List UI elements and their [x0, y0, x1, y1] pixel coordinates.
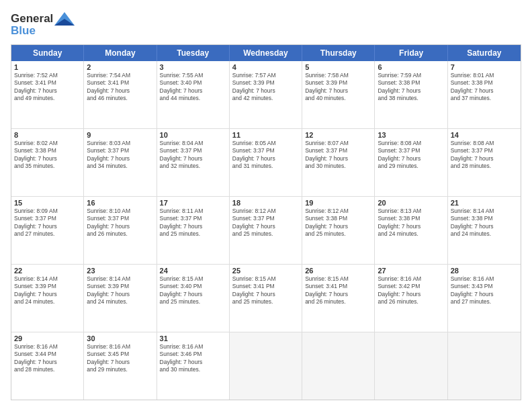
calendar-cell-5: 5Sunrise: 7:58 AMSunset: 3:39 PMDaylight… — [302, 61, 375, 128]
calendar-cell-19: 19Sunrise: 8:12 AMSunset: 3:38 PMDayligh… — [302, 197, 375, 264]
calendar-cell-14: 14Sunrise: 8:08 AMSunset: 3:37 PMDayligh… — [448, 129, 521, 196]
weekday-thursday: Thursday — [302, 45, 375, 61]
calendar-header: Sunday Monday Tuesday Wednesday Thursday… — [11, 45, 521, 61]
calendar-cell-31: 31Sunrise: 8:16 AMSunset: 3:46 PMDayligh… — [157, 332, 230, 400]
calendar-cell-2: 2Sunrise: 7:54 AMSunset: 3:41 PMDaylight… — [84, 61, 157, 128]
calendar-cell-13: 13Sunrise: 8:08 AMSunset: 3:37 PMDayligh… — [375, 129, 447, 196]
weekday-monday: Monday — [84, 45, 157, 61]
calendar-cell-11: 11Sunrise: 8:05 AMSunset: 3:37 PMDayligh… — [230, 129, 302, 196]
logo-general: General — [11, 12, 53, 25]
calendar-cell-20: 20Sunrise: 8:13 AMSunset: 3:38 PMDayligh… — [375, 197, 447, 264]
calendar-cell-empty — [375, 332, 447, 400]
calendar-cell-empty — [230, 332, 302, 400]
weekday-friday: Friday — [375, 45, 447, 61]
calendar-cell-27: 27Sunrise: 8:16 AMSunset: 3:42 PMDayligh… — [375, 265, 447, 332]
calendar-row: 1Sunrise: 7:52 AMSunset: 3:41 PMDaylight… — [11, 61, 521, 128]
calendar-cell-empty — [302, 332, 375, 400]
calendar-cell-28: 28Sunrise: 8:16 AMSunset: 3:43 PMDayligh… — [448, 265, 521, 332]
calendar-cell-10: 10Sunrise: 8:04 AMSunset: 3:37 PMDayligh… — [157, 129, 230, 196]
calendar-cell-9: 9Sunrise: 8:03 AMSunset: 3:37 PMDaylight… — [84, 129, 157, 196]
calendar-row-4: 29Sunrise: 8:16 AMSunset: 3:44 PMDayligh… — [11, 332, 521, 400]
calendar-cell-16: 16Sunrise: 8:10 AMSunset: 3:37 PMDayligh… — [84, 197, 157, 264]
page: General Blue Sunday Monday Tuesday Wedne… — [0, 0, 532, 411]
weekday-sunday: Sunday — [11, 45, 84, 61]
calendar-cell-7: 7Sunrise: 8:01 AMSunset: 3:38 PMDaylight… — [448, 61, 521, 128]
header: General Blue — [11, 11, 521, 38]
calendar-cell-1: 1Sunrise: 7:52 AMSunset: 3:41 PMDaylight… — [11, 61, 84, 128]
calendar-cell-17: 17Sunrise: 8:11 AMSunset: 3:37 PMDayligh… — [157, 197, 230, 264]
calendar-cell-25: 25Sunrise: 8:15 AMSunset: 3:41 PMDayligh… — [230, 265, 302, 332]
calendar-cell-18: 18Sunrise: 8:12 AMSunset: 3:37 PMDayligh… — [230, 197, 302, 264]
calendar-body: 1Sunrise: 7:52 AMSunset: 3:41 PMDaylight… — [11, 61, 521, 400]
calendar-cell-22: 22Sunrise: 8:14 AMSunset: 3:39 PMDayligh… — [11, 265, 84, 332]
calendar-cell-empty — [448, 332, 521, 400]
logo-blue: Blue — [11, 24, 36, 38]
calendar-cell-29: 29Sunrise: 8:16 AMSunset: 3:44 PMDayligh… — [11, 332, 84, 400]
logo-icon — [54, 11, 75, 27]
weekday-wednesday: Wednesday — [230, 45, 302, 61]
calendar-cell-15: 15Sunrise: 8:09 AMSunset: 3:37 PMDayligh… — [11, 197, 84, 264]
logo-text: General — [11, 12, 53, 26]
calendar-cell-12: 12Sunrise: 8:07 AMSunset: 3:37 PMDayligh… — [302, 129, 375, 196]
calendar-cell-8: 8Sunrise: 8:02 AMSunset: 3:38 PMDaylight… — [11, 129, 84, 196]
calendar-row-1: 8Sunrise: 8:02 AMSunset: 3:38 PMDaylight… — [11, 128, 521, 196]
calendar-cell-30: 30Sunrise: 8:16 AMSunset: 3:45 PMDayligh… — [84, 332, 157, 400]
calendar-cell-23: 23Sunrise: 8:14 AMSunset: 3:39 PMDayligh… — [84, 265, 157, 332]
calendar-row-2: 15Sunrise: 8:09 AMSunset: 3:37 PMDayligh… — [11, 196, 521, 264]
calendar: Sunday Monday Tuesday Wednesday Thursday… — [11, 44, 521, 400]
weekday-saturday: Saturday — [448, 45, 521, 61]
calendar-cell-21: 21Sunrise: 8:14 AMSunset: 3:38 PMDayligh… — [448, 197, 521, 264]
calendar-cell-26: 26Sunrise: 8:15 AMSunset: 3:41 PMDayligh… — [302, 265, 375, 332]
calendar-cell-24: 24Sunrise: 8:15 AMSunset: 3:40 PMDayligh… — [157, 265, 230, 332]
weekday-tuesday: Tuesday — [157, 45, 230, 61]
calendar-cell-3: 3Sunrise: 7:55 AMSunset: 3:40 PMDaylight… — [157, 61, 230, 128]
logo: General Blue — [11, 11, 76, 38]
calendar-cell-4: 4Sunrise: 7:57 AMSunset: 3:39 PMDaylight… — [230, 61, 302, 128]
calendar-cell-6: 6Sunrise: 7:59 AMSunset: 3:38 PMDaylight… — [375, 61, 447, 128]
calendar-row-3: 22Sunrise: 8:14 AMSunset: 3:39 PMDayligh… — [11, 264, 521, 332]
